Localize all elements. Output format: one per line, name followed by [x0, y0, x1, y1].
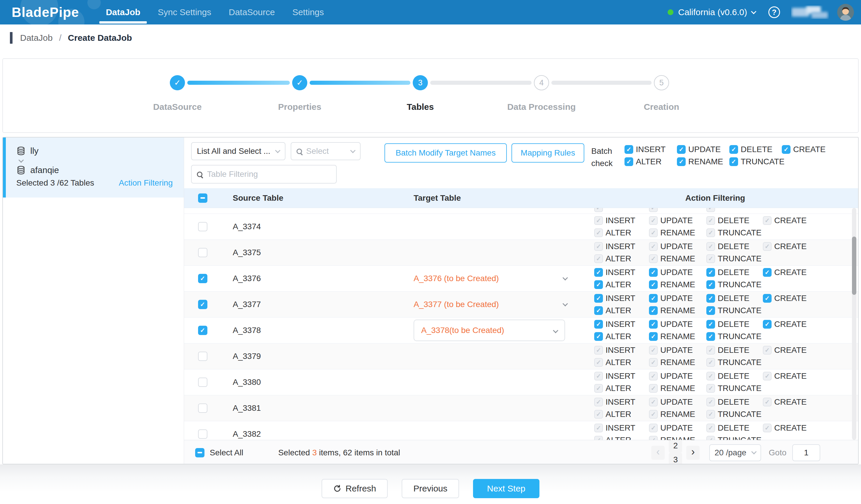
action-option: ✓ALTER	[594, 306, 649, 315]
action-checkbox: ✓	[649, 208, 658, 212]
action-checkbox-delete[interactable]: ✓	[706, 294, 715, 303]
action-label: TRUNCATE	[718, 410, 761, 419]
source-table-name: A_3376	[221, 274, 400, 283]
action-checkbox-truncate[interactable]: ✓	[706, 332, 715, 341]
batch-modify-target-names-button[interactable]: Batch Modify Target Names	[384, 143, 507, 163]
mapping-rules-button[interactable]: Mapping Rules	[511, 143, 584, 163]
row-checkbox[interactable]	[198, 222, 207, 231]
row-checkbox[interactable]: ✓	[198, 300, 207, 309]
batch-checkbox-rename[interactable]: ✓	[677, 157, 686, 166]
select-all-checkbox[interactable]	[198, 193, 207, 203]
chevron-down-icon[interactable]	[562, 275, 568, 280]
action-label: UPDATE	[660, 397, 693, 407]
select-all-checkbox[interactable]	[195, 448, 204, 458]
step-label: Tables	[368, 102, 473, 112]
next-step-button[interactable]: Next Step	[473, 479, 539, 498]
row-checkbox[interactable]	[198, 378, 207, 387]
action-label: INSERT	[605, 423, 635, 433]
batch-checkbox-update[interactable]: ✓	[677, 145, 686, 154]
action-label: UPDATE	[660, 294, 693, 303]
source-db-row: lly	[16, 145, 175, 157]
table-select[interactable]: Select	[291, 142, 360, 160]
action-checkbox-update[interactable]: ✓	[649, 320, 658, 329]
action-checkbox-truncate[interactable]: ✓	[706, 280, 715, 289]
page-title: Create DataJob	[68, 33, 132, 43]
action-label: INSERT	[605, 371, 635, 381]
next-page-button[interactable]: ›	[686, 446, 700, 460]
action-checkbox-create[interactable]: ✓	[763, 294, 771, 303]
page-button-2[interactable]: 2	[669, 439, 682, 453]
action-label: DELETE	[718, 423, 749, 433]
action-checkbox-create[interactable]: ✓	[763, 268, 771, 277]
target-table-select[interactable]: A_3378(to be Created)	[414, 319, 565, 341]
schema-selected-block[interactable]: lly afanqie Selected 3 /62 Tables Action…	[3, 137, 184, 197]
action-checkbox-update: ✓	[649, 372, 658, 380]
list-mode-select[interactable]: List All and Select ...	[191, 142, 285, 160]
step-circle-tables[interactable]: 3	[413, 75, 428, 90]
batch-checkbox-create[interactable]: ✓	[782, 145, 791, 154]
action-label: UPDATE	[660, 242, 693, 251]
row-checkbox[interactable]: ✓	[198, 274, 207, 283]
action-checkbox-rename[interactable]: ✓	[649, 280, 658, 289]
selected-count: 3	[312, 448, 317, 457]
page-button-3[interactable]: 3	[669, 453, 682, 465]
action-checkbox-insert[interactable]: ✓	[594, 268, 603, 277]
step-circle-creation[interactable]: 5	[654, 75, 669, 90]
step-circle-datasource[interactable]: ✓	[170, 75, 185, 90]
step-circle-data-processing[interactable]: 4	[534, 75, 549, 90]
batch-checkbox-truncate[interactable]: ✓	[729, 157, 738, 166]
action-checkbox-insert[interactable]: ✓	[594, 294, 603, 303]
row-checkbox[interactable]	[198, 430, 207, 439]
chevron-down-icon[interactable]	[751, 9, 756, 14]
action-option: ✓INSERT	[594, 397, 649, 407]
action-checkbox-alter[interactable]: ✓	[594, 280, 603, 289]
refresh-button[interactable]: Refresh	[322, 479, 388, 498]
row-checkbox[interactable]	[198, 404, 207, 413]
target-table-name[interactable]: A_3376 (to be Created)	[414, 274, 499, 283]
action-checkbox-delete[interactable]: ✓	[706, 320, 715, 329]
row-checkbox[interactable]: ✓	[198, 326, 207, 335]
action-checkbox-rename[interactable]: ✓	[649, 332, 658, 341]
batch-checkbox-alter[interactable]: ✓	[625, 157, 633, 166]
prev-page-button[interactable]: ‹	[651, 446, 665, 460]
help-icon[interactable]: ?	[768, 6, 780, 18]
action-checkbox-delete: ✓	[706, 216, 715, 225]
goto-page-input[interactable]	[792, 444, 820, 461]
row-checkbox[interactable]	[198, 352, 207, 361]
action-checkbox-alter[interactable]: ✓	[594, 332, 603, 341]
scrollbar-thumb[interactable]	[852, 236, 856, 295]
avatar[interactable]	[837, 4, 854, 21]
table-filter-input[interactable]	[206, 169, 331, 179]
step-circle-properties[interactable]: ✓	[292, 75, 307, 90]
nav-item-datajob[interactable]: DataJob	[97, 0, 149, 25]
schema-sidebar: lly afanqie Selected 3 /62 Tables Action…	[3, 137, 184, 464]
batch-checkbox-insert[interactable]: ✓	[625, 145, 633, 154]
region-selector[interactable]: California (v0.6.0)	[678, 7, 747, 17]
action-checkbox-update[interactable]: ✓	[649, 294, 658, 303]
breadcrumb-parent[interactable]: DataJob	[20, 33, 53, 43]
partial-row: ✓ ✓ ✓	[184, 208, 858, 214]
action-checkbox-truncate[interactable]: ✓	[706, 306, 715, 315]
action-filter-cell: ✓INSERT✓UPDATE✓DELETE✓CREATE✓ALTER✓RENAM…	[581, 422, 858, 440]
action-checkbox-rename[interactable]: ✓	[649, 306, 658, 315]
action-filter-grid: ✓INSERT✓UPDATE✓DELETE✓CREATE✓ALTER✓RENAM…	[594, 240, 858, 265]
action-checkbox-alter[interactable]: ✓	[594, 306, 603, 315]
previous-button[interactable]: Previous	[402, 479, 459, 498]
page-size-select[interactable]: 20 /page	[709, 444, 761, 461]
nav-item-sync-settings[interactable]: Sync Settings	[149, 0, 220, 25]
search-icon	[297, 149, 302, 154]
action-checkbox-delete[interactable]: ✓	[706, 268, 715, 277]
table-row: ✓A_3376A_3376 (to be Created)✓INSERT✓UPD…	[184, 266, 858, 291]
action-checkbox-create[interactable]: ✓	[763, 320, 771, 329]
chevron-down-icon[interactable]	[562, 301, 568, 306]
batch-checkbox-delete[interactable]: ✓	[729, 145, 738, 154]
row-checkbox[interactable]	[198, 248, 207, 257]
action-filter-cell: ✓INSERT✓UPDATE✓DELETE✓CREATE✓ALTER✓RENAM…	[581, 292, 858, 317]
action-checkbox-insert[interactable]: ✓	[594, 320, 603, 329]
action-filtering-link[interactable]: Action Filtering	[119, 178, 173, 188]
target-table-name[interactable]: A_3377 (to be Created)	[414, 300, 499, 309]
nav-item-datasource[interactable]: DataSource	[220, 0, 283, 25]
row-select-cell	[184, 404, 221, 413]
action-checkbox-update[interactable]: ✓	[649, 268, 658, 277]
nav-item-settings[interactable]: Settings	[284, 0, 333, 25]
